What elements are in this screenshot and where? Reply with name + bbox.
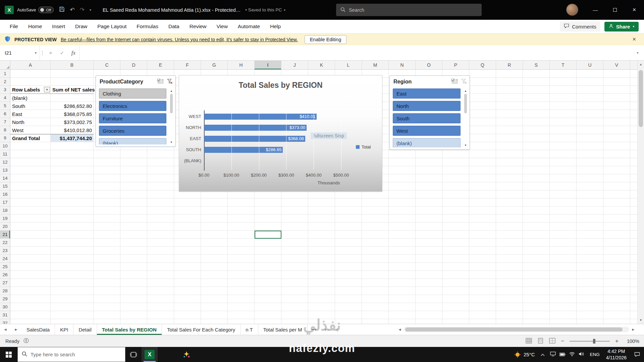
column-header-b[interactable]: B (51, 61, 94, 69)
start-button[interactable] (0, 347, 17, 362)
column-header-d[interactable]: D (120, 61, 147, 69)
select-all-corner[interactable] (0, 61, 10, 69)
row-header-21[interactable]: 21 (0, 231, 10, 239)
speaker-icon[interactable] (579, 352, 584, 358)
row-header-3[interactable]: 3 (0, 86, 10, 94)
column-header-e[interactable]: E (147, 61, 174, 69)
scroll-thumb[interactable] (170, 94, 173, 113)
row-header-8[interactable]: 8 (0, 126, 10, 134)
scroll-down-icon[interactable]: ▼ (169, 140, 174, 144)
pivot-row-value[interactable]: $410,012.80 (51, 126, 94, 134)
zoom-slider-thumb[interactable] (593, 339, 595, 344)
clear-filter-icon[interactable] (461, 78, 467, 85)
sheet-tab-salesdata[interactable]: SalesData (21, 324, 55, 335)
battery-icon[interactable] (559, 352, 566, 358)
row-header-28[interactable]: 28 (0, 287, 10, 295)
dismiss-bar-icon[interactable]: × (632, 36, 636, 43)
tabs-scroll-left-icon[interactable]: ◀ (0, 324, 11, 335)
chart-bar-south[interactable]: $286.65 (204, 147, 283, 153)
slicer-region[interactable]: RegionEastNorthSouthWest(blank)▲▼ (389, 75, 470, 150)
enable-editing-button[interactable]: Enable Editing (305, 35, 347, 44)
ribbon-tab-draw[interactable]: Draw (70, 20, 92, 33)
close-button[interactable]: × (625, 0, 644, 20)
slicer-item-groceries[interactable]: Groceries (99, 126, 166, 136)
chart-bar-west[interactable]: $410.01 (204, 114, 317, 120)
column-header-p[interactable]: P (442, 61, 469, 69)
autosave-control[interactable]: AutoSave Off (17, 7, 54, 13)
autosave-toggle[interactable]: Off (38, 7, 54, 13)
ribbon-tab-automate[interactable]: Automate (233, 20, 265, 33)
pivot-row-label[interactable]: West (10, 126, 51, 134)
sheet-tab-detail[interactable]: Detail (73, 324, 97, 335)
column-header-a[interactable]: A (10, 61, 51, 69)
slicer-item-north[interactable]: North (393, 101, 461, 111)
column-header-h[interactable]: H (228, 61, 255, 69)
row-header-7[interactable]: 7 (0, 118, 10, 126)
row-header-6[interactable]: 6 (0, 110, 10, 118)
row-header-5[interactable]: 5 (0, 102, 10, 110)
saved-status[interactable]: • Saved to this PC ▾ (245, 7, 285, 12)
row-header-32[interactable]: 32 (0, 319, 10, 324)
row-header-20[interactable]: 20 (0, 223, 10, 231)
chart-bar-north[interactable]: $373.00 (204, 125, 307, 131)
row-header-30[interactable]: 30 (0, 303, 10, 311)
scroll-up-icon[interactable]: ▲ (638, 61, 644, 68)
sheet-tab-kpi[interactable]: KPI (55, 324, 73, 335)
row-header-9[interactable]: 9 (0, 134, 10, 142)
save-icon[interactable] (59, 6, 65, 14)
taskbar-search-box[interactable]: Type here to search (17, 347, 125, 362)
new-sheet-button[interactable]: + (320, 324, 332, 335)
row-header-17[interactable]: 17 (0, 198, 10, 206)
row-header-16[interactable]: 16 (0, 190, 10, 198)
slicer-item-east[interactable]: East (393, 88, 461, 99)
weather-widget[interactable]: 25°C (511, 351, 538, 358)
ribbon-tab-review[interactable]: Review (184, 20, 212, 33)
chart[interactable]: Total Sales by REGION Thousands Total fu… (179, 75, 382, 192)
zoom-level[interactable]: 100% (624, 339, 639, 344)
row-labels-filter-button[interactable]: ▾ (44, 87, 50, 93)
ribbon-tab-insert[interactable]: Insert (47, 20, 70, 33)
multi-select-icon[interactable] (451, 78, 458, 85)
column-header-r[interactable]: R (496, 61, 523, 69)
chevron-down-icon[interactable]: ▾ (35, 51, 37, 55)
column-header-n[interactable]: N (389, 61, 416, 69)
avatar[interactable] (566, 4, 578, 16)
slicer-scrollbar[interactable]: ▲▼ (463, 88, 468, 147)
column-header-j[interactable]: J (281, 61, 308, 69)
hscroll-right-icon[interactable]: ▶ (630, 326, 637, 333)
sheet-tab-n-t[interactable]: n T (240, 324, 258, 335)
column-header-o[interactable]: O (416, 61, 442, 69)
taskbar-excel-button[interactable]: X (142, 347, 158, 362)
slicer-item-south[interactable]: South (393, 113, 461, 123)
tray-expand-icon[interactable] (538, 352, 547, 358)
slicer-item-west[interactable]: West (393, 126, 461, 136)
sheet-tab-total-sales-per-m[interactable]: Total Sales per M (258, 324, 308, 335)
sheet-options-icon[interactable]: ⋮ (332, 324, 344, 335)
pivot-row-value[interactable]: $373,002.75 (51, 118, 94, 126)
row-header-13[interactable]: 13 (0, 166, 10, 174)
zoom-slider[interactable] (570, 341, 610, 342)
task-view-button[interactable] (125, 347, 142, 362)
vertical-scrollbar[interactable]: ▲ ▼ (637, 61, 644, 324)
row-header-12[interactable]: 12 (0, 158, 10, 166)
row-header-11[interactable]: 11 (0, 150, 10, 158)
tabs-scroll-right-icon[interactable]: ▶ (11, 324, 21, 335)
maximize-button[interactable] (605, 0, 625, 20)
protected-view-message[interactable]: Be careful—files from the Internet can c… (61, 37, 298, 42)
pivot-header-row-labels[interactable]: Row Labels▾ (10, 86, 51, 94)
slicer-item-electronics[interactable]: Electronics (99, 101, 166, 111)
column-header-v[interactable]: V (603, 61, 630, 69)
sheet-tab-total-sales-for-each-category[interactable]: Total Sales For Each Category (162, 324, 240, 335)
scroll-up-icon[interactable]: ▲ (169, 88, 174, 93)
comments-button[interactable]: Comments (560, 21, 600, 32)
column-header-u[interactable]: U (577, 61, 603, 69)
row-header-10[interactable]: 10 (0, 142, 10, 150)
minimize-button[interactable]: — (586, 0, 605, 20)
ribbon-tab-file[interactable]: File (5, 20, 23, 33)
row-header-1[interactable]: 1 (0, 70, 10, 78)
zoom-in-icon[interactable]: + (615, 338, 619, 345)
row-header-19[interactable]: 19 (0, 215, 10, 223)
row-header-31[interactable]: 31 (0, 311, 10, 319)
formula-input[interactable] (79, 45, 631, 60)
search-box[interactable]: Search (336, 4, 482, 16)
